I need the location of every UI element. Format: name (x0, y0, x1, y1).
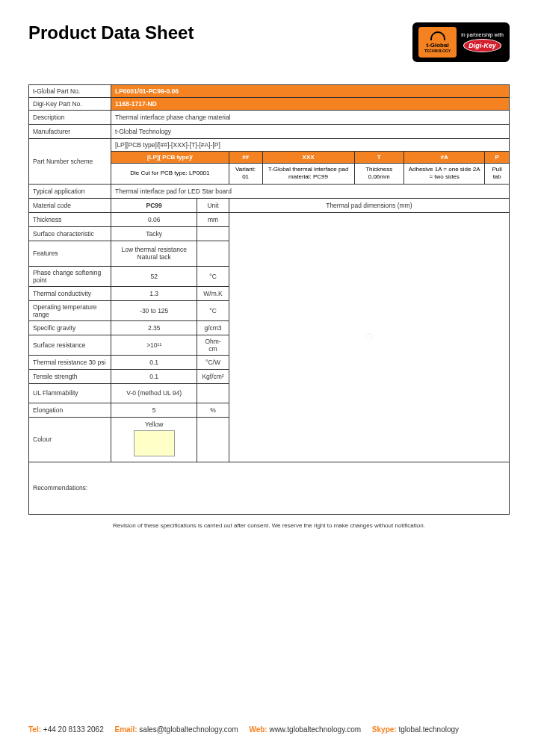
recommendations-row: Recommendations: (29, 462, 510, 514)
tglobal-partno-value: LP0001/01-PC99-0.06 (111, 85, 510, 98)
prop-label: Thickness (29, 212, 111, 226)
digikey-partno-value: 1168-1717-ND (111, 98, 510, 111)
svg-text:Equally Spaced on13.0mm. Pitch: Equally Spaced on13.0mm. Pitch CircleDia… (371, 337, 374, 338)
logo-box: t-Global TECHNOLOGY in partnership with … (412, 22, 510, 62)
application-value: Thermal interface pad for LED Star board (111, 184, 510, 198)
scheme-col-2: XXX (262, 152, 354, 164)
manufacturer-label: Manufacturer (29, 125, 111, 139)
scheme-val-1: Variant: 01 (229, 164, 262, 185)
skype-label: Skype: (372, 725, 397, 734)
scheme-label: Part Number scheme (29, 139, 111, 185)
scheme-val-3: Thickness 0.06mm (354, 164, 404, 185)
description-label: Description (29, 111, 111, 125)
tglobal-partno-label: t-Global Part No. (29, 85, 111, 98)
email-value: sales@tglobaltechnology.com (139, 725, 238, 734)
application-label: Typical application (29, 184, 111, 198)
skype-value: tglobal.technology (398, 725, 459, 734)
scheme-col-5: P (485, 152, 510, 164)
svg-line-12 (366, 335, 368, 337)
application-row: Typical application Thermal interface pa… (29, 184, 510, 198)
annotation-r0: R0.90 x 12 (371, 332, 373, 333)
unit-label: Unit (197, 198, 229, 212)
tel-label: Tel: (28, 725, 41, 734)
svg-line-8 (368, 335, 371, 337)
material-value: PC99 (111, 198, 197, 212)
annotation-r15: R1.5 x 6 (372, 337, 374, 338)
colour-swatch-icon (134, 430, 175, 456)
partnership-text: in partnership with (461, 32, 504, 37)
digikey-logo: Digi-Key (463, 39, 501, 52)
scheme-pattern-row: Part Number scheme [LP][PCB type]/[##]-[… (29, 139, 510, 152)
disclaimer-text: Revision of these specifications is carr… (28, 522, 510, 529)
tglobal-text: t-Global (426, 42, 448, 49)
svg-point-6 (366, 335, 367, 336)
digikey-partno-label: Digi-Key Part No. (29, 98, 111, 111)
scheme-val-5: Pull tab (485, 164, 510, 185)
material-label: Material code (29, 198, 111, 212)
manufacturer-value: t-Global Technology (111, 125, 510, 139)
prop-unit: mm (197, 212, 229, 226)
annotation-95: 9.5 (369, 333, 370, 334)
page-title: Product Data Sheet (28, 22, 194, 43)
tel-value: +44 20 8133 2062 (43, 725, 104, 734)
scheme-col-1: ## (229, 152, 262, 164)
description-value: Thermal interface phase change material (111, 111, 510, 125)
page-container: Product Data Sheet t-Global TECHNOLOGY i… (0, 0, 538, 756)
dimensions-label: Thermal pad dimensions (mm) (229, 198, 509, 212)
svg-point-5 (366, 338, 367, 338)
material-header-row: Material code PC99 Unit Thermal pad dime… (29, 198, 510, 212)
footer: Tel: +44 20 8133 2062 Email: sales@tglob… (28, 725, 510, 734)
recommendations-label: Recommendations: (29, 462, 510, 514)
colour-cell: Yellow (111, 417, 197, 462)
prop-row-thickness: Thickness 0.06 mm (29, 212, 510, 226)
tglobal-partno-row: t-Global Part No. LP0001/01-PC99-0.06 (29, 85, 510, 98)
web-value: www.tglobaltechnology.com (269, 725, 361, 734)
svg-line-9 (368, 337, 371, 338)
digikey-partno-row: Digi-Key Part No. 1168-1717-ND (29, 98, 510, 111)
header: Product Data Sheet t-Global TECHNOLOGY i… (28, 22, 510, 62)
scheme-pattern: [LP][PCB type]/[##]-[XXX]-[T]-[#A]-[P] (111, 139, 510, 152)
annotation-195: 19.9 (373, 336, 374, 337)
dimension-drawing-icon: R0.90 x 12 9.5 60° 60° 60° R1.5 x 6 Equa… (233, 332, 505, 341)
annotation-60b: 60° (368, 339, 369, 340)
arc-icon (430, 31, 445, 40)
scheme-val-4: Adhesive 1A = one side 2A = two sides (404, 164, 485, 185)
svg-point-2 (370, 335, 371, 336)
scheme-col-3: T (354, 152, 404, 164)
scheme-col-0: [LP][ PCB type]/ (111, 152, 229, 164)
scheme-val-0: Die Cut for PCB type: LP0001 (111, 164, 229, 185)
description-row: Description Thermal interface phase chan… (29, 111, 510, 125)
email-label: Email: (115, 725, 137, 734)
colour-value: Yellow (115, 421, 193, 428)
scheme-val-2: T-Global thermal interface pad material:… (262, 164, 354, 185)
prop-value: 0.06 (111, 212, 197, 226)
digikey-side: in partnership with Digi-Key (461, 32, 504, 52)
scheme-col-4: #A (404, 152, 485, 164)
svg-line-11 (366, 337, 368, 338)
web-label: Web: (249, 725, 267, 734)
datasheet-table: t-Global Part No. LP0001/01-PC99-0.06 Di… (28, 84, 510, 515)
tglobal-subtext: TECHNOLOGY (424, 49, 451, 53)
manufacturer-row: Manufacturer t-Global Technology (29, 125, 510, 139)
svg-point-3 (370, 338, 371, 338)
tglobal-logo: t-Global TECHNOLOGY (418, 27, 457, 58)
drawing-cell: R0.90 x 12 9.5 60° 60° 60° R1.5 x 6 Equa… (229, 212, 509, 462)
